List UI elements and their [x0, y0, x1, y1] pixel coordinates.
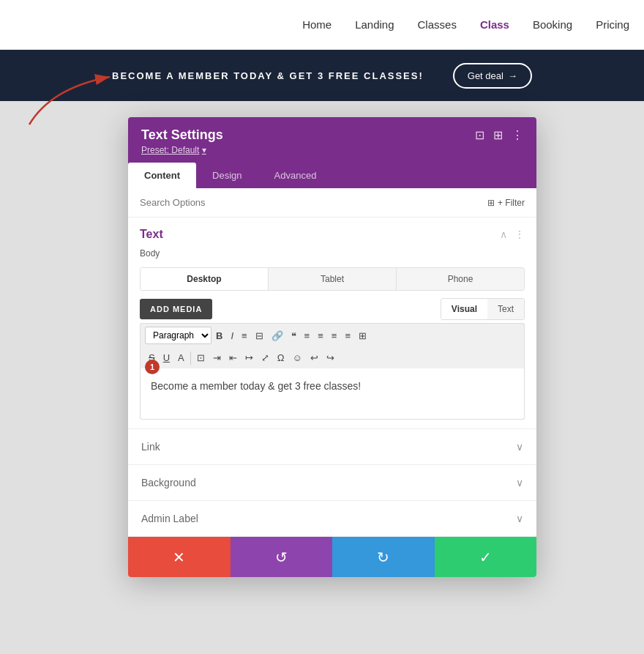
panel-body: ⊞ + Filter Text ∧ ⋮ Body Desktop Tablet … — [128, 188, 536, 537]
copy-format-button[interactable]: ⊡ — [193, 350, 209, 365]
bold-button[interactable]: B — [212, 328, 226, 343]
link-section[interactable]: Link ∨ — [128, 429, 536, 465]
tab-advanced[interactable]: Advanced — [258, 163, 333, 188]
outdent-button[interactable]: ⇤ — [225, 350, 241, 365]
text-section: Text ∧ ⋮ Body Desktop Tablet Phone ADD M… — [128, 218, 536, 429]
background-chevron: ∨ — [516, 477, 523, 488]
nav-landing[interactable]: Landing — [355, 18, 394, 31]
preset-arrow: ▾ — [202, 145, 206, 155]
filter-icon: ⊞ — [487, 198, 495, 208]
cancel-button[interactable]: ✕ — [128, 537, 231, 577]
panel-tabs: Content Design Advanced — [128, 163, 536, 188]
undo-editor-button[interactable]: ↩ — [307, 350, 322, 365]
link-chevron: ∨ — [516, 441, 523, 453]
visual-button[interactable]: Visual — [441, 299, 487, 319]
collapse-icon[interactable]: ∧ — [500, 228, 507, 240]
tab-content[interactable]: Content — [128, 163, 196, 188]
editor-toolbar-row1: Paragraph B I ≡ ⊟ 🔗 ❝ ≡ ≡ ≡ ≡ ⊞ — [140, 323, 525, 347]
body-label: Body — [128, 247, 536, 264]
link-button[interactable]: 🔗 — [268, 328, 287, 343]
nav-classes[interactable]: Classes — [418, 18, 457, 31]
fullscreen-button[interactable]: ⤢ — [258, 350, 273, 365]
banner-text: BECOME A MEMBER TODAY & GET 3 FREE CLASS… — [112, 70, 424, 81]
align-left-button[interactable]: ≡ — [301, 328, 314, 343]
color-button[interactable]: A — [174, 350, 188, 365]
editor-content[interactable]: Become a member today & get 3 free class… — [140, 368, 525, 420]
format-select[interactable]: Paragraph — [145, 327, 211, 344]
device-tabs: Desktop Tablet Phone — [140, 267, 525, 291]
ordered-list-button[interactable]: ⊟ — [252, 328, 267, 343]
save-button[interactable]: ✓ — [435, 537, 537, 577]
tab-desktop[interactable]: Desktop — [141, 268, 269, 290]
blockquote-button[interactable]: ❝ — [288, 328, 300, 343]
redo-editor-button[interactable]: ↪ — [323, 350, 338, 365]
toolbar-divider — [190, 352, 191, 365]
nav-home[interactable]: Home — [302, 18, 332, 31]
justify-button[interactable]: ≡ — [341, 328, 354, 343]
filter-button[interactable]: ⊞ + Filter — [487, 198, 525, 208]
text-button[interactable]: Text — [487, 299, 524, 319]
preset-selector[interactable]: Preset: Default ▾ — [141, 145, 523, 155]
add-media-button[interactable]: ADD MEDIA — [140, 299, 212, 319]
search-input[interactable] — [140, 197, 487, 208]
more-icon[interactable]: ⋮ — [512, 128, 523, 142]
get-deal-label: Get deal — [468, 70, 503, 81]
link-label: Link — [141, 441, 160, 453]
special-char-button[interactable]: Ω — [274, 350, 288, 365]
visual-text-toggle: Visual Text — [441, 298, 525, 320]
emoji-button[interactable]: ☺ — [288, 350, 305, 365]
admin-label: Admin Label — [141, 513, 198, 524]
indent-button[interactable]: ⇥ — [209, 350, 225, 365]
badge-indicator: 1 — [145, 360, 160, 374]
section-title-text: Text — [140, 228, 163, 241]
top-nav: Home Landing Classes Class Booking Prici… — [0, 0, 644, 50]
editor-toolbar-row2: S U A ⊡ ⇥ ⇤ ↦ ⤢ Ω ☺ ↩ ↪ 1 — [140, 347, 525, 368]
admin-label-chevron: ∨ — [516, 513, 523, 524]
get-deal-button[interactable]: Get deal → — [453, 63, 532, 89]
background-section[interactable]: Background ∨ — [128, 465, 536, 501]
panel-title: Text Settings — [141, 127, 223, 143]
search-row: ⊞ + Filter — [128, 188, 536, 218]
panel-title-icons: ⊡ ⊞ ⋮ — [475, 128, 523, 142]
editor-area: ADD MEDIA Visual Text Paragraph B I ≡ ⊟ … — [140, 298, 525, 420]
table-button[interactable]: ⊞ — [355, 328, 370, 343]
nav-booking[interactable]: Booking — [533, 18, 572, 31]
nav-pricing[interactable]: Pricing — [596, 18, 629, 31]
preset-label: Preset: Default — [141, 145, 199, 155]
action-bar: ✕ ↺ ↻ ✓ — [128, 537, 536, 577]
align-right-button[interactable]: ≡ — [328, 328, 341, 343]
background-label: Background — [141, 477, 196, 488]
section-more-icon[interactable]: ⋮ — [514, 228, 525, 240]
redo-button[interactable]: ↻ — [332, 537, 435, 577]
unordered-list-button[interactable]: ≡ — [238, 328, 251, 343]
promo-banner: BECOME A MEMBER TODAY & GET 3 FREE CLASS… — [0, 50, 644, 101]
expand-icon[interactable]: ⊡ — [475, 128, 484, 142]
tab-design[interactable]: Design — [196, 163, 258, 188]
tab-tablet[interactable]: Tablet — [269, 268, 397, 290]
undo-button[interactable]: ↺ — [231, 537, 333, 577]
tab-phone[interactable]: Phone — [397, 268, 524, 290]
text-settings-panel: Text Settings ⊡ ⊞ ⋮ Preset: Default ▾ Co… — [128, 117, 536, 577]
underline-button[interactable]: U — [160, 350, 173, 365]
filter-label: + Filter — [498, 198, 525, 208]
get-deal-arrow: → — [508, 70, 517, 81]
columns-icon[interactable]: ⊞ — [493, 128, 503, 142]
align-center-button[interactable]: ≡ — [314, 328, 327, 343]
nav-class[interactable]: Class — [480, 18, 509, 31]
indent-more-button[interactable]: ↦ — [242, 350, 257, 365]
italic-button[interactable]: I — [227, 328, 237, 343]
admin-label-section[interactable]: Admin Label ∨ — [128, 501, 536, 537]
panel-header: Text Settings ⊡ ⊞ ⋮ Preset: Default ▾ — [128, 117, 536, 163]
